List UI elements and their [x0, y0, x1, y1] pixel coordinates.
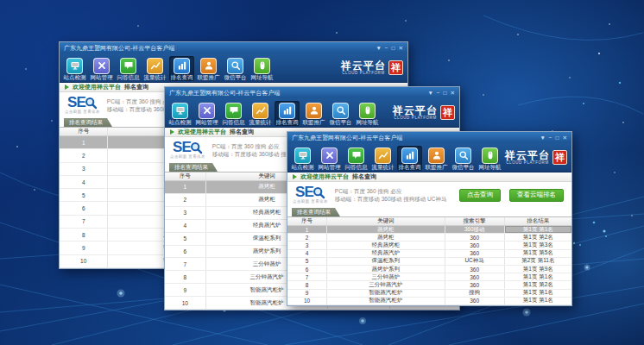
toolbar-item-label: 联盟推广 [198, 75, 220, 80]
table-row[interactable]: 5保温柜系列UC神马第2页 第11名 [287, 258, 571, 266]
window-titlebar[interactable]: 广东九鼎王盟网有限公司-祥云平台客户端 ▼ − □ ✕ [165, 87, 459, 98]
table-row[interactable]: 3经典蒸烤柜360第1页 第3名 [287, 242, 571, 249]
toolbar-item-label: 排名查询 [171, 75, 193, 80]
close-button[interactable]: ✕ [399, 44, 403, 52]
toolbar-item-label: 网站管理 [196, 120, 218, 125]
window-titlebar[interactable]: 广东九鼎王盟网有限公司-祥云平台客户端 ▼ − □ ✕ [287, 132, 571, 143]
bar-chart-icon [401, 147, 418, 164]
toolbar-item-4[interactable]: 流量统计 [248, 101, 273, 126]
cell-no: 10 [287, 298, 327, 304]
cell-no: 8 [60, 229, 108, 241]
users-icon [200, 58, 217, 74]
toolbar-item-8[interactable]: 网址导航 [249, 56, 275, 81]
toolbar-item-4[interactable]: 流量统计 [142, 56, 167, 81]
toolbar-item-7[interactable]: 微信平台 [451, 146, 476, 171]
tab-ranking-results[interactable]: 排名查询结果 [64, 118, 112, 127]
brand-name: 祥云平台 [505, 150, 550, 160]
column-header: 序号 [60, 128, 108, 135]
cell-no: 5 [165, 233, 206, 245]
maximize-button[interactable]: □ [556, 134, 559, 141]
close-button[interactable]: ✕ [451, 89, 455, 97]
brand-name: 祥云平台 [393, 105, 438, 116]
minimize-button[interactable]: − [385, 44, 388, 52]
toolbar-item-5[interactable]: 排名查询 [169, 56, 194, 81]
cell-no: 6 [287, 266, 327, 273]
cell-keyword: 保温柜系列 [327, 258, 445, 265]
cell-engine: 360 [445, 266, 505, 273]
toolbar-items: 站点检测网站管理问答信息流量统计排名查询联盟推广微信平台网址导航 [167, 100, 380, 126]
main-toolbar: 站点检测网站管理问答信息流量统计排名查询联盟推广微信平台网址导航 祥云平台 CL… [287, 143, 571, 172]
toolbar-item-8[interactable]: 网址导航 [477, 146, 502, 171]
cell-no: 4 [60, 176, 108, 188]
brand-text: 祥云平台 CLOUD PLATFORM [505, 150, 550, 165]
column-header: 序号 [165, 172, 206, 180]
brand-subtitle: CLOUD PLATFORM [342, 71, 385, 75]
toolbar-item-3[interactable]: 问答信息 [344, 146, 369, 171]
window-titlebar[interactable]: 广东九鼎王盟网有限公司-祥云平台客户端 ▼ − □ ✕ [60, 42, 407, 53]
seo-logo-text: SE [295, 185, 313, 199]
view-cloud-rank-button[interactable]: 查看云端排名 [509, 189, 564, 202]
toolbar-items: 站点检测网站管理问答信息流量统计排名查询联盟推广微信平台网址导航 [290, 145, 502, 171]
toolbar-item-label: 流量统计 [144, 75, 167, 80]
toolbar-item-2[interactable]: 网站管理 [194, 101, 219, 126]
line-chart-icon [375, 147, 391, 164]
cell-no: 9 [165, 284, 206, 296]
tab-ranking-results[interactable]: 排名查询结果 [169, 163, 218, 172]
seo-section: SE 点击刷新 查看排名 PC端：百度 360 搜狗 必应 移动端：百度移动 3… [287, 182, 571, 208]
minimize-button[interactable]: − [437, 89, 440, 97]
toolbar-item-3[interactable]: 问答信息 [221, 101, 246, 126]
toolbar-item-7[interactable]: 微信平台 [328, 101, 353, 126]
seo-logo-caption: 点击刷新 查看排名 [65, 110, 100, 115]
skin-button[interactable]: ▼ [376, 44, 381, 52]
toolbar-item-label: 网址导航 [479, 165, 502, 170]
cell-no: 3 [165, 207, 206, 219]
close-button[interactable]: ✕ [563, 134, 567, 141]
table-row[interactable]: 7三分钟蒸炉360第1页 第1名 [287, 273, 571, 281]
toolbar-item-8[interactable]: 网址导航 [355, 101, 380, 126]
toolbar-item-2[interactable]: 网站管理 [89, 56, 114, 81]
minimize-button[interactable]: − [549, 134, 552, 141]
table-row[interactable]: 2蒸烤柜360第1页 第2名 [287, 234, 571, 242]
toolbar-item-label: 流量统计 [372, 165, 395, 170]
toolbar-item-6[interactable]: 联盟推广 [196, 56, 221, 81]
cell-no: 10 [60, 255, 108, 267]
toolbar-item-5[interactable]: 排名查询 [275, 101, 300, 126]
cell-no: 7 [60, 216, 108, 228]
monitor-icon [66, 58, 83, 74]
table-row[interactable]: 6蒸烤炉系列360第1页 第9名 [287, 266, 571, 273]
table-row[interactable]: 8三分钟蒸汽炉360第1页 第2名 [287, 281, 571, 289]
cell-keyword: 蒸烤柜 [327, 234, 445, 241]
query-button[interactable]: 点击查询 [459, 189, 501, 202]
toolbar-item-5[interactable]: 排名查询 [397, 146, 422, 171]
toolbar-item-1[interactable]: 站点检测 [167, 101, 193, 126]
toolbar-item-2[interactable]: 网站管理 [317, 146, 342, 171]
cell-no: 1 [165, 181, 206, 193]
mobile-engines-line: 移动端：百度移动 360移动 搜狗移动 UC神马 [335, 196, 447, 203]
toolbar-item-4[interactable]: 流量统计 [370, 146, 395, 171]
maximize-button[interactable]: □ [392, 44, 395, 52]
users-icon [428, 147, 445, 164]
skin-button[interactable]: ▼ [540, 134, 545, 141]
tab-ranking-results[interactable]: 排名查询结果 [292, 208, 340, 216]
cell-no: 9 [60, 242, 108, 254]
table-row[interactable]: 10智能蒸汽柜炉360第1页 第1名 [287, 298, 571, 305]
cell-no: 7 [287, 273, 327, 280]
table-row[interactable]: 9智能蒸汽柜炉搜狗第1页 第1名 [287, 290, 571, 298]
skin-button[interactable]: ▼ [427, 89, 432, 97]
table-row[interactable]: 1蒸烤柜360移动第1页 第1名 [287, 226, 571, 234]
maximize-button[interactable]: □ [444, 89, 447, 97]
toolbar-item-6[interactable]: 联盟推广 [301, 101, 326, 126]
toolbar-item-6[interactable]: 联盟推广 [424, 146, 449, 171]
cell-rank: 第1页 第9名 [505, 266, 571, 273]
table-row[interactable]: 4经典蒸汽炉360第1页 第5名 [287, 250, 571, 258]
toolbar-item-7[interactable]: 微信平台 [223, 56, 248, 81]
toolbar-item-label: 联盟推广 [303, 120, 325, 125]
welcome-bar: 欢迎使用祥云平台 排名查询 [287, 172, 571, 182]
toolbar-item-1[interactable]: 站点检测 [62, 56, 87, 81]
toolbar-item-1[interactable]: 站点检测 [290, 146, 315, 171]
column-header: 序号 [287, 217, 327, 225]
seo-logo-caption: 点击刷新 查看排名 [170, 155, 205, 160]
toolbar-item-3[interactable]: 问答信息 [116, 56, 141, 81]
engine-list: PC端：百度 360 搜狗 必应 移动端：百度移动 360移动 搜狗移动 UC神… [335, 188, 447, 203]
seo-logo: SE 点击刷新 查看排名 [293, 185, 328, 204]
